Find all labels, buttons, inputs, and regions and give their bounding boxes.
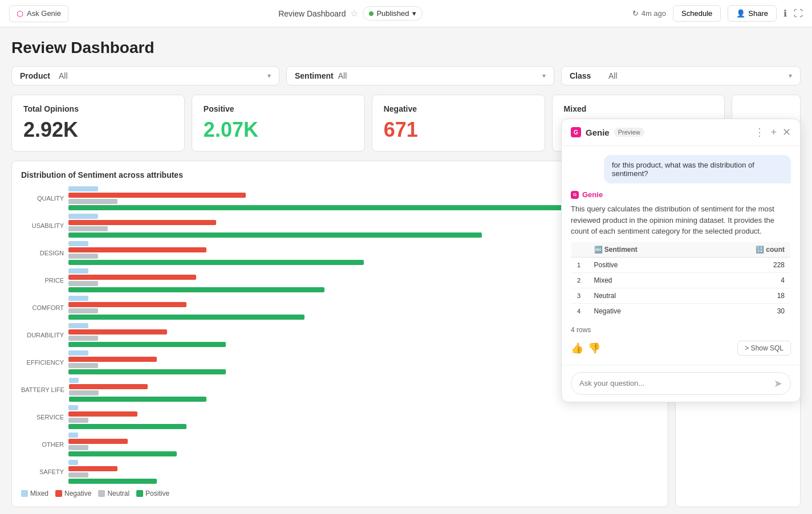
mixed-bar [68, 214, 98, 219]
refresh-button[interactable]: ↻ 4m ago [632, 9, 666, 18]
neutral-bar [68, 226, 108, 231]
result-row: 4Negative30 [571, 303, 791, 319]
rows-count: 4 rows [571, 326, 791, 334]
neutral-bar [68, 254, 98, 259]
neutral-bar [68, 199, 117, 204]
negative-bar [68, 193, 246, 198]
neutral-bar [68, 336, 98, 341]
top-bar-right: ↻ 4m ago Schedule 👤 Share ℹ ⛶ [632, 5, 803, 22]
negative-bar [69, 384, 148, 389]
bar-label: QUALITY [21, 195, 64, 202]
top-bar: ⬡ Ask Genie Review Dashboard ☆ Published… [0, 0, 812, 27]
product-filter-label: Product [20, 71, 54, 80]
ask-genie-button[interactable]: ⬡ Ask Genie [9, 5, 68, 22]
thumbs-up-button[interactable]: 👍 [571, 342, 583, 354]
sentiment-filter-label: Sentiment [295, 71, 334, 80]
more-options-icon[interactable]: ⋮ [754, 126, 765, 138]
share-button[interactable]: 👤 Share [728, 5, 777, 22]
user-message-bubble: for this product, what was the distribut… [604, 155, 791, 183]
chevron-down-icon: ▾ [412, 9, 416, 18]
genie-response-header: G Genie [571, 190, 791, 199]
add-icon[interactable]: + [770, 127, 777, 138]
negative-label: Negative [384, 104, 533, 113]
ask-genie-label: Ask Genie [27, 9, 61, 18]
favorite-icon[interactable]: ☆ [350, 8, 358, 19]
negative-card: Negative 671 [372, 95, 545, 152]
genie-response: G Genie This query calculates the distri… [571, 190, 791, 356]
neutral-bar [68, 308, 98, 313]
share-icon: 👤 [736, 9, 745, 18]
result-row: 2Mixed4 [571, 272, 791, 288]
genie-input[interactable] [579, 379, 769, 387]
sentiment-header: 🔤 Sentiment [588, 242, 705, 257]
genie-response-text: This query calculates the distribution o… [571, 203, 791, 237]
product-filter[interactable]: Product All ▾ [11, 66, 279, 85]
genie-logo: G [571, 127, 581, 137]
neutral-bar [68, 281, 98, 286]
sentiment-cell: Positive [588, 257, 705, 272]
sentiment-select[interactable]: All [338, 71, 538, 80]
neutral-legend-label: Neutral [107, 489, 129, 497]
bar-group [68, 433, 659, 456]
sentiment-filter[interactable]: Sentiment All ▾ [286, 66, 554, 85]
close-icon[interactable]: ✕ [782, 126, 791, 138]
bar-label: OTHER [21, 441, 64, 448]
positive-value: 2.07K [204, 118, 353, 142]
genie-response-name: Genie [582, 190, 603, 199]
class-filter[interactable]: Class All ▾ [561, 66, 801, 85]
neutral-bar [68, 472, 88, 478]
chevron-down-icon: ▾ [789, 72, 792, 80]
product-select[interactable]: All [59, 71, 263, 80]
schedule-button[interactable]: Schedule [673, 5, 721, 22]
legend-negative: Negative [55, 489, 91, 497]
feedback-buttons: 👍 👎 [571, 342, 600, 354]
positive-legend-dot [136, 490, 143, 497]
positive-label: Positive [204, 104, 353, 113]
bar-label: EFFICIENCY [21, 359, 64, 366]
sentiment-cell: Mixed [588, 272, 705, 288]
bar-label: SERVICE [21, 414, 64, 421]
legend-mixed: Mixed [21, 489, 48, 497]
genie-panel: G Genie Preview ⋮ + ✕ for this product, … [561, 119, 801, 402]
status-dot [369, 11, 373, 16]
total-label: Total Opinions [23, 104, 173, 113]
bar-row: SAFETY [21, 460, 659, 484]
class-select[interactable]: All [608, 71, 784, 80]
row-num: 2 [571, 272, 588, 288]
bar-row: SERVICE [21, 405, 659, 429]
neutral-bar [68, 445, 88, 450]
share-label: Share [748, 9, 768, 18]
row-num: 1 [571, 257, 588, 272]
genie-name: Genie [586, 128, 610, 137]
positive-bar [68, 260, 364, 265]
positive-bar [69, 397, 206, 402]
negative-bar [68, 439, 128, 444]
genie-header-controls: ⋮ + ✕ [754, 126, 791, 138]
thumbs-down-button[interactable]: 👎 [588, 342, 600, 354]
genie-input-area: ➤ [562, 365, 800, 402]
published-badge[interactable]: Published ▾ [363, 6, 422, 21]
mixed-bar [69, 378, 79, 383]
fullscreen-button[interactable]: ⛶ [794, 9, 803, 19]
genie-input-wrap: ➤ [571, 372, 791, 395]
row-num: 4 [571, 303, 588, 319]
negative-value: 671 [384, 118, 533, 142]
nav-dashboard-name: Review Dashboard [278, 9, 346, 18]
mixed-bar [68, 296, 88, 301]
count-cell: 18 [704, 288, 790, 303]
chart-legend: Mixed Negative Neutral Positive [21, 489, 659, 497]
top-bar-center: Review Dashboard ☆ Published ▾ [278, 6, 422, 21]
genie-body: for this product, what was the distribut… [562, 146, 800, 365]
show-sql-button[interactable]: > Show SQL [737, 341, 791, 356]
negative-bar [68, 357, 157, 362]
send-button[interactable]: ➤ [774, 377, 782, 390]
neutral-bar [69, 390, 99, 395]
positive-bar [68, 369, 226, 374]
positive-bar [68, 479, 157, 484]
negative-bar [68, 329, 167, 334]
bar-label: PRICE [21, 277, 64, 284]
positive-bar [68, 424, 186, 429]
bar-group [68, 460, 659, 484]
bar-row: OTHER [21, 433, 659, 456]
info-button[interactable]: ℹ [783, 8, 787, 19]
